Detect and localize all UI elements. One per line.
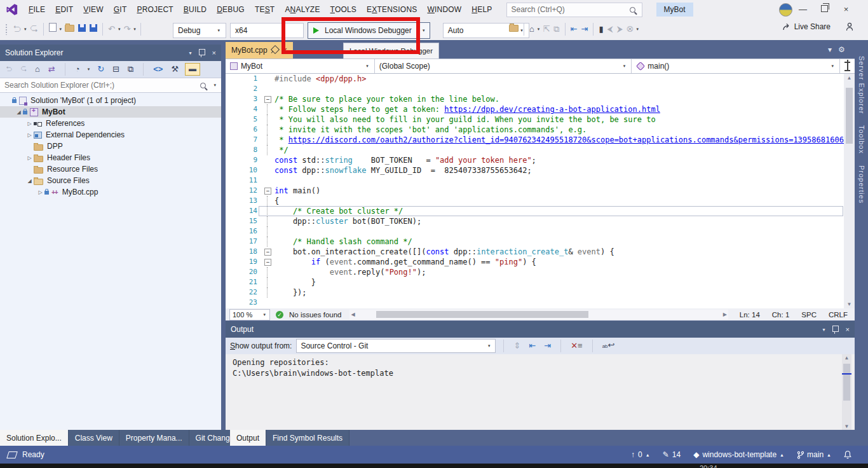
unindent-icon[interactable]: ⇤ [569, 22, 580, 36]
code-editor[interactable]: 1#include <dpp/dpp.h>23/* Be sure to pla… [226, 74, 855, 308]
tree-item-references[interactable]: ▷References [0, 118, 221, 129]
code-line-19[interactable]: 19 if (event.command.get_command_name() … [226, 257, 855, 267]
code-line-17[interactable]: 17 /* Handle slash command */ [226, 237, 855, 247]
code-line-6[interactable]: 6 * invite it with the scopes 'bot' and … [226, 125, 855, 135]
show-all-files-icon[interactable]: ⧉ [126, 62, 135, 76]
home-dropdown[interactable]: ▾ [536, 27, 541, 32]
output-source-dropdown[interactable]: Source Control - Git▾ [296, 339, 496, 353]
code-line-5[interactable]: 5 * You will also need to fill in your g… [226, 114, 855, 125]
se-forward-icon[interactable]: ⮎ [18, 62, 29, 76]
output-scroll-up-icon[interactable]: ▲ [842, 355, 851, 361]
find-message-icon[interactable]: ⇕ [512, 339, 522, 353]
branch-button[interactable]: main ▲ [797, 450, 831, 459]
se-back-icon[interactable]: ⮌ [4, 62, 14, 76]
fold-collapse-icon[interactable] [263, 94, 273, 104]
output-window-dropdown-icon[interactable]: ▾ [823, 327, 825, 333]
fold-collapse-icon[interactable] [263, 257, 273, 267]
scroll-down-icon[interactable]: ▼ [844, 301, 855, 307]
indent-icon[interactable]: ⇥ [579, 22, 590, 36]
save-icon[interactable] [76, 22, 88, 36]
refresh-icon[interactable]: ↻ [95, 62, 106, 76]
previous-message-icon[interactable]: ⇤ [527, 339, 538, 353]
code-line-8[interactable]: 8 */ [226, 145, 855, 155]
sync-with-active-document-icon[interactable]: ⇄ [46, 62, 57, 76]
tree-item-dpp[interactable]: DPP [0, 141, 221, 152]
user-avatar[interactable] [779, 3, 792, 17]
hscrollbar-thumb[interactable] [376, 311, 588, 318]
output-pin-icon[interactable] [832, 326, 839, 332]
menu-edit[interactable]: EDIT [50, 0, 78, 19]
line-indicator[interactable]: Ln: 14 [736, 311, 763, 319]
output-header[interactable]: Output ▾ × [226, 321, 855, 338]
menu-test[interactable]: TEST [250, 0, 280, 19]
undo-dropdown[interactable]: ▾ [117, 27, 122, 32]
output-scrollbar[interactable]: ▲ ▼ [842, 354, 851, 430]
filter-dropdown[interactable]: ▾ [86, 67, 92, 72]
toolbar-drag-handle[interactable] [5, 24, 8, 35]
document-tab[interactable]: MyBot.cpp × [226, 42, 293, 59]
tree-item-mybot[interactable]: ◢MyBot [0, 106, 221, 118]
navigate-forward-icon[interactable]: ⮎ [28, 22, 40, 36]
space-mode-indicator[interactable]: SPC [798, 311, 820, 319]
tool-tab-property-mana-[interactable]: Property Mana... [119, 430, 189, 446]
close-panel-icon[interactable]: × [212, 49, 216, 57]
menu-help[interactable]: HELP [466, 0, 497, 19]
collapse-arrow-icon[interactable]: ◢ [25, 178, 34, 184]
undo-icon[interactable]: ↶ [106, 22, 117, 36]
issues-label[interactable]: No issues found [289, 311, 341, 319]
scroll-up-icon[interactable]: ▲ [844, 75, 855, 81]
fold-collapse-icon[interactable] [263, 247, 273, 257]
editor-horizontal-scrollbar[interactable]: ◀ ▶ [349, 310, 728, 319]
view-code-icon[interactable]: <> [151, 62, 165, 76]
code-line-11[interactable]: 11 [226, 176, 855, 186]
background-tasks-icon[interactable] [6, 451, 18, 458]
code-line-13[interactable]: 13{ [226, 196, 855, 206]
scroll-right-icon[interactable]: ▶ [723, 310, 727, 319]
fold-collapse-icon[interactable] [263, 186, 273, 196]
tool-tab-class-view[interactable]: Class View [69, 430, 119, 446]
code-line-22[interactable]: 22 }); [226, 287, 855, 298]
menu-view[interactable]: VIEW [78, 0, 108, 19]
next-message-icon[interactable]: ⇥ [542, 339, 553, 353]
scroll-left-icon[interactable]: ◀ [351, 310, 355, 319]
new-project-icon[interactable] [47, 22, 58, 36]
redo-dropdown[interactable]: ▾ [132, 27, 137, 32]
home-icon[interactable]: ⌂ [527, 22, 536, 36]
restart-icon[interactable]: ⧉ [552, 22, 561, 36]
zoom-level-dropdown[interactable]: 100 %▾ [229, 309, 270, 320]
vertical-tab-server-explorer[interactable]: Server Explorer [858, 56, 865, 114]
tree-item-solution-mybot-1-of-1-project-[interactable]: Solution 'MyBot' (1 of 1 project) [0, 95, 221, 106]
unsaved-edits-button[interactable]: ✎ 14 [663, 450, 681, 459]
code-line-10[interactable]: 10const dpp::snowflake MY_GUILD_ID = 825… [226, 165, 855, 176]
next-bookmark-icon[interactable]: ⮞ [615, 22, 625, 36]
menu-file[interactable]: FILE [24, 0, 50, 19]
menu-window[interactable]: WINDOW [422, 0, 466, 19]
scrollbar-thumb[interactable] [846, 88, 853, 144]
code-line-18[interactable]: 18 bot.on_interaction_create([](const dp… [226, 247, 855, 257]
collapse-arrow-icon[interactable]: ◢ [15, 109, 23, 115]
output-scroll-down-icon[interactable]: ▼ [842, 423, 851, 429]
notifications-bell-icon[interactable] [844, 450, 851, 459]
expand-arrow-icon[interactable]: ▷ [25, 121, 34, 127]
editor-vertical-scrollbar[interactable]: ▲ ▼ [844, 74, 855, 308]
tree-item-header-files[interactable]: ▷Header Files [0, 152, 221, 163]
restore-button[interactable] [814, 0, 836, 19]
output-close-icon[interactable]: × [846, 326, 850, 333]
code-line-14[interactable]: 14 /* Create bot cluster */ [226, 206, 855, 216]
solution-platform-dropdown[interactable]: x64 [230, 23, 304, 38]
preview-selected-items-toggle[interactable]: ▬ [185, 63, 200, 76]
repository-button[interactable]: ◆ windows-bot-template ▲ [693, 450, 784, 459]
solution-configuration-dropdown[interactable]: Debug▾ [173, 23, 226, 38]
live-share-button[interactable]: Live Share [782, 22, 831, 31]
nav-scope-dropdown[interactable]: (Global Scope)▾ [375, 59, 632, 73]
code-line-1[interactable]: 1#include <dpp/dpp.h> [226, 74, 855, 84]
vertical-tab-properties[interactable]: Properties [858, 165, 865, 203]
code-line-15[interactable]: 15 dpp::cluster bot(BOT_TOKEN); [226, 216, 855, 226]
pin-icon[interactable] [199, 49, 205, 55]
start-debugging-button[interactable]: Local Windows Debugger ▾ [308, 22, 430, 39]
open-folder-icon[interactable] [63, 22, 76, 36]
nav-member-dropdown[interactable]: main()▾ [632, 59, 840, 73]
attach-icon[interactable]: ⇱ [541, 22, 552, 36]
code-line-9[interactable]: 9const std::string BOT_TOKEN = "add your… [226, 155, 855, 165]
menu-project[interactable]: PROJECT [132, 0, 178, 19]
